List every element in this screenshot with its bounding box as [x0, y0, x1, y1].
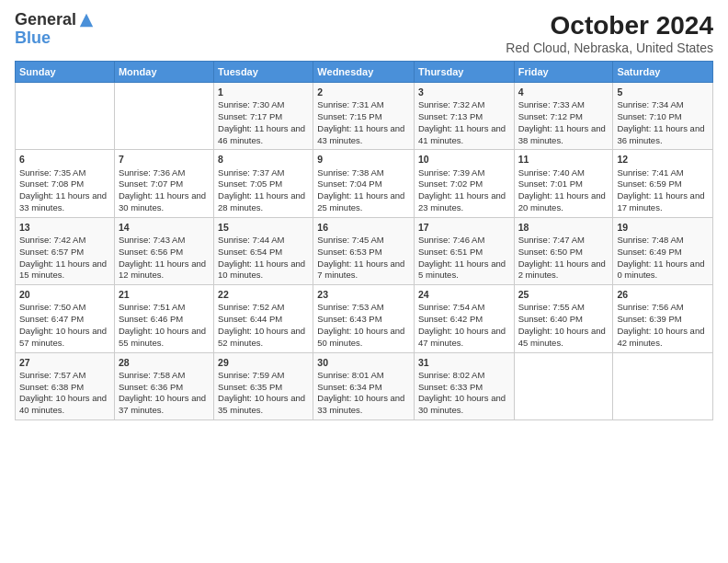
sunrise-text: Sunrise: 7:42 AM — [19, 235, 85, 245]
table-row: 13Sunrise: 7:42 AMSunset: 6:57 PMDayligh… — [16, 217, 115, 284]
sunset-text: Sunset: 6:38 PM — [19, 382, 84, 392]
logo-text: General — [15, 11, 76, 29]
day-number: 21 — [119, 288, 210, 301]
location-subtitle: Red Cloud, Nebraska, United States — [506, 40, 713, 55]
table-row: 5Sunrise: 7:34 AMSunset: 7:10 PMDaylight… — [613, 83, 713, 150]
day-number: 17 — [418, 221, 510, 234]
sunrise-text: Sunrise: 7:57 AM — [19, 370, 85, 380]
daylight-text: Daylight: 11 hours and 25 minutes. — [317, 190, 404, 213]
day-number: 30 — [317, 356, 410, 369]
day-number: 9 — [317, 153, 410, 166]
table-row: 22Sunrise: 7:52 AMSunset: 6:44 PMDayligh… — [214, 285, 313, 352]
day-number: 8 — [218, 153, 309, 166]
daylight-text: Daylight: 10 hours and 42 minutes. — [617, 326, 704, 348]
day-number: 11 — [518, 153, 609, 166]
table-row: 6Sunrise: 7:35 AMSunset: 7:08 PMDaylight… — [16, 150, 115, 217]
table-row: 1Sunrise: 7:30 AMSunset: 7:17 PMDaylight… — [214, 83, 313, 150]
logo-icon — [78, 12, 95, 29]
sunrise-text: Sunrise: 7:52 AM — [218, 302, 284, 312]
header-monday: Monday — [114, 62, 213, 83]
table-row — [613, 352, 713, 419]
sunset-text: Sunset: 6:39 PM — [617, 314, 681, 324]
day-number: 27 — [19, 356, 110, 369]
table-row: 4Sunrise: 7:33 AMSunset: 7:12 PMDaylight… — [514, 83, 613, 150]
sunrise-text: Sunrise: 7:54 AM — [418, 302, 484, 312]
sunset-text: Sunset: 7:04 PM — [317, 178, 381, 189]
sunset-text: Sunset: 6:42 PM — [418, 314, 483, 324]
sunrise-text: Sunrise: 7:44 AM — [218, 235, 284, 245]
daylight-text: Daylight: 10 hours and 55 minutes. — [119, 326, 206, 348]
sunrise-text: Sunrise: 7:58 AM — [119, 370, 185, 380]
header-tuesday: Tuesday — [214, 62, 313, 83]
daylight-text: Daylight: 10 hours and 57 minutes. — [19, 326, 107, 348]
calendar-body: 1Sunrise: 7:30 AMSunset: 7:17 PMDaylight… — [16, 83, 713, 420]
daylight-text: Daylight: 11 hours and 7 minutes. — [317, 259, 404, 281]
day-number: 18 — [518, 221, 609, 234]
table-row: 24Sunrise: 7:54 AMSunset: 6:42 PMDayligh… — [414, 285, 514, 352]
sunset-text: Sunset: 7:17 PM — [218, 111, 282, 121]
day-number: 28 — [119, 356, 210, 369]
sunrise-text: Sunrise: 7:34 AM — [617, 99, 683, 109]
table-row: 20Sunrise: 7:50 AMSunset: 6:47 PMDayligh… — [16, 285, 115, 352]
table-row: 19Sunrise: 7:48 AMSunset: 6:49 PMDayligh… — [613, 217, 713, 284]
daylight-text: Daylight: 11 hours and 46 minutes. — [218, 123, 305, 145]
table-row: 15Sunrise: 7:44 AMSunset: 6:54 PMDayligh… — [214, 217, 313, 284]
day-number: 4 — [518, 86, 609, 98]
sunset-text: Sunset: 6:59 PM — [617, 178, 681, 189]
calendar-header: Sunday Monday Tuesday Wednesday Thursday… — [16, 62, 713, 83]
daylight-text: Daylight: 11 hours and 30 minutes. — [119, 190, 206, 213]
sunrise-text: Sunrise: 7:39 AM — [418, 167, 484, 178]
day-number: 23 — [317, 288, 410, 301]
sunrise-text: Sunrise: 7:37 AM — [218, 167, 284, 178]
table-row — [16, 83, 115, 150]
sunset-text: Sunset: 6:53 PM — [317, 247, 381, 257]
day-number: 20 — [19, 288, 110, 301]
day-number: 10 — [418, 153, 510, 166]
header-friday: Friday — [514, 62, 613, 83]
table-row: 28Sunrise: 7:58 AMSunset: 6:36 PMDayligh… — [114, 352, 213, 419]
daylight-text: Daylight: 10 hours and 50 minutes. — [317, 326, 404, 348]
daylight-text: Daylight: 11 hours and 38 minutes. — [518, 123, 606, 145]
daylight-text: Daylight: 11 hours and 36 minutes. — [617, 123, 704, 145]
day-number: 12 — [617, 153, 709, 166]
sunset-text: Sunset: 6:43 PM — [317, 314, 381, 324]
day-number: 16 — [317, 221, 410, 234]
sunrise-text: Sunrise: 7:31 AM — [317, 99, 383, 109]
table-row: 9Sunrise: 7:38 AMSunset: 7:04 PMDaylight… — [313, 150, 415, 217]
sunrise-text: Sunrise: 7:41 AM — [617, 167, 683, 178]
sunset-text: Sunset: 6:40 PM — [518, 314, 583, 324]
daylight-text: Daylight: 10 hours and 52 minutes. — [218, 326, 305, 348]
sunset-text: Sunset: 6:44 PM — [218, 314, 282, 324]
calendar-table: Sunday Monday Tuesday Wednesday Thursday… — [15, 61, 713, 420]
sunset-text: Sunset: 6:47 PM — [19, 314, 84, 324]
table-row: 11Sunrise: 7:40 AMSunset: 7:01 PMDayligh… — [514, 150, 613, 217]
daylight-text: Daylight: 11 hours and 33 minutes. — [19, 190, 107, 213]
sunrise-text: Sunrise: 7:45 AM — [317, 235, 383, 245]
table-row: 7Sunrise: 7:36 AMSunset: 7:07 PMDaylight… — [114, 150, 213, 217]
header-thursday: Thursday — [414, 62, 514, 83]
day-number: 22 — [218, 288, 309, 301]
header-sunday: Sunday — [16, 62, 115, 83]
daylight-text: Daylight: 10 hours and 40 minutes. — [19, 393, 107, 415]
daylight-text: Daylight: 10 hours and 33 minutes. — [317, 393, 404, 415]
day-number: 5 — [617, 86, 709, 98]
daylight-text: Daylight: 11 hours and 17 minutes. — [617, 190, 704, 213]
table-row: 25Sunrise: 7:55 AMSunset: 6:40 PMDayligh… — [514, 285, 613, 352]
daylight-text: Daylight: 11 hours and 43 minutes. — [317, 123, 404, 145]
table-row: 16Sunrise: 7:45 AMSunset: 6:53 PMDayligh… — [313, 217, 415, 284]
sunrise-text: Sunrise: 8:02 AM — [418, 370, 484, 380]
sunrise-text: Sunrise: 8:01 AM — [317, 370, 383, 380]
sunset-text: Sunset: 6:35 PM — [218, 382, 282, 392]
table-row: 21Sunrise: 7:51 AMSunset: 6:46 PMDayligh… — [114, 285, 213, 352]
table-row: 2Sunrise: 7:31 AMSunset: 7:15 PMDaylight… — [313, 83, 415, 150]
table-row — [514, 352, 613, 419]
sunrise-text: Sunrise: 7:55 AM — [518, 302, 585, 312]
daylight-text: Daylight: 11 hours and 12 minutes. — [119, 259, 206, 281]
table-row: 29Sunrise: 7:59 AMSunset: 6:35 PMDayligh… — [214, 352, 313, 419]
sunrise-text: Sunrise: 7:30 AM — [218, 99, 284, 109]
sunset-text: Sunset: 7:13 PM — [418, 111, 483, 121]
sunrise-text: Sunrise: 7:56 AM — [617, 302, 683, 312]
sunrise-text: Sunrise: 7:35 AM — [19, 167, 85, 178]
day-number: 13 — [19, 221, 110, 234]
daylight-text: Daylight: 10 hours and 47 minutes. — [418, 326, 506, 348]
